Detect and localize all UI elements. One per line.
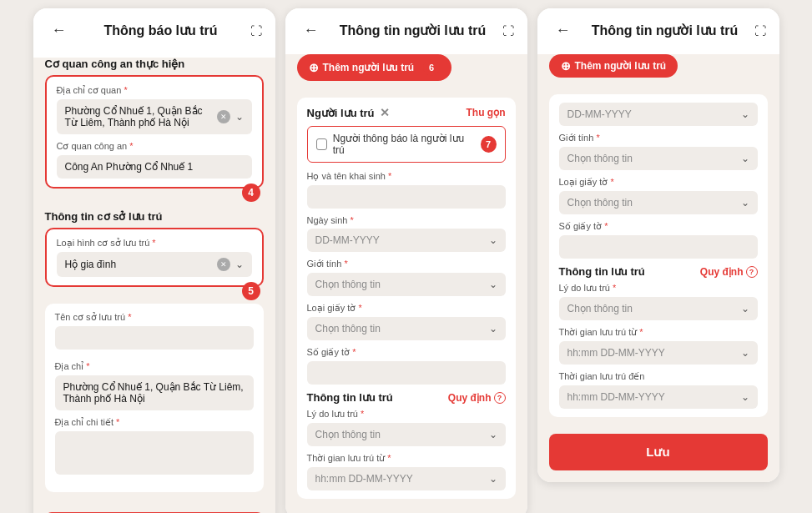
ly-do-placeholder-3: Chọn thông tin [567,303,633,314]
thu-gon-btn[interactable]: Thu gọn [467,107,506,118]
reporter-checkbox[interactable] [316,138,327,150]
thoi-gian-den-dropdown-3[interactable]: hh:mm DD-MM-YYYY ⌄ [559,385,758,409]
thoi-gian-den-placeholder-3: hh:mm DD-MM-YYYY [567,391,665,403]
ly-do-dropdown[interactable]: Chọn thông tin ⌄ [307,423,506,446]
thoi-gian-den-label-3: Thời gian lưu trú đến [559,371,758,382]
chevron-loai-giay-to-3[interactable]: ⌄ [741,197,749,209]
quy-dinh-icon-3: ? [746,266,758,278]
s2-address-label: Địa chỉ * [55,361,254,372]
date-dropdown-3[interactable]: DD-MM-YYYY ⌄ [559,103,758,126]
type-field[interactable]: Hộ gia đình ✕ ⌄ [57,252,252,277]
loai-giay-to-label: Loại giấy tờ * [307,303,506,314]
screen2-header: ← Thông tin người lưu trú ⛶ [285,8,527,49]
badge-4: 4 [242,184,260,202]
chevron-icon-2[interactable]: ⌄ [235,259,244,270]
loai-giay-to-placeholder-3: Chọn thông tin [567,197,633,209]
expand-button-3[interactable]: ⛶ [754,24,766,38]
section2-card: Loại hình cơ sở lưu trú * Hộ gia đình ✕ … [45,228,264,287]
back-button-3[interactable]: ← [551,20,576,41]
agency-value: Công An Phường Cổ Nhuế 1 [65,161,244,173]
chevron-thoi-gian-den-3[interactable]: ⌄ [741,391,749,403]
person-tab: Người lưu trú ✕ [307,106,390,119]
chevron-gioi-tinh[interactable]: ⌄ [489,279,497,290]
name-label: Tên cơ sở lưu trú * [55,312,254,323]
section1-card: Địa chỉ cơ quan * Phường Cổ Nhuế 1, Quận… [45,75,264,189]
ly-do-placeholder: Chọn thông tin [315,429,381,440]
s2-address-detail-label: Địa chỉ chi tiết * [55,417,254,428]
expand-button-2[interactable]: ⛶ [502,24,514,38]
type-icons: ✕ ⌄ [217,258,244,271]
screen3-card: DD-MM-YYYY ⌄ Giới tính * Chọn thông tin … [549,94,768,417]
loai-giay-to-dropdown-3[interactable]: Chọn thông tin ⌄ [559,191,758,214]
clear-icon-2[interactable]: ✕ [217,258,230,271]
add-person-button-2[interactable]: ⊕ Thêm người lưu trú 6 [297,54,452,81]
chevron-icon-1[interactable]: ⌄ [235,111,244,123]
badge-5: 5 [242,282,260,300]
chevron-ly-do[interactable]: ⌄ [489,429,497,440]
section2-extra-card: Tên cơ sở lưu trú * Địa chỉ * Phường Cổ … [45,304,264,492]
expand-button-1[interactable]: ⛶ [250,24,262,38]
quy-dinh-icon: ? [494,392,506,404]
badge-6: 6 [423,59,440,76]
chevron-loai-giay-to[interactable]: ⌄ [489,323,497,334]
ho-ten-input[interactable] [307,185,506,209]
address-field-1[interactable]: Phường Cổ Nhuế 1, Quận Bắc Từ Liêm, Thàn… [57,99,252,134]
so-giay-to-label: Số giấy tờ * [307,347,506,358]
s2-address-field[interactable]: Phường Cổ Nhuế 1, Quận Bắc Từ Liêm, Thàn… [55,375,254,410]
gioi-tinh-label: Giới tính * [307,259,506,269]
plus-icon-3: ⊕ [561,59,571,73]
loai-giay-to-label-3: Loại giấy tờ * [559,177,758,188]
address-icons-1: ✕ ⌄ [217,110,244,123]
type-value: Hộ gia đình [65,259,217,270]
address-value-1: Phường Cổ Nhuế 1, Quận Bắc Từ Liêm, Thàn… [65,105,217,128]
ly-do-dropdown-3[interactable]: Chọn thông tin ⌄ [559,297,758,320]
save-button[interactable]: Lưu [549,434,768,470]
add-person-button-3[interactable]: ⊕ Thêm người lưu trú [549,54,678,78]
thong-tin-luu-tru-label: Thông tin lưu trú [307,391,393,404]
screen3-title: Thông tin người lưu trú [576,23,754,38]
checkbox-row[interactable]: Người thông báo là người lưu trú 7 [307,126,506,163]
name-input[interactable] [55,326,254,350]
so-giay-to-input[interactable] [307,361,506,385]
address-label-1: Địa chỉ cơ quan * [57,85,252,96]
loai-giay-to-placeholder: Chọn thông tin [315,323,381,334]
ho-ten-label: Họ và tên khai sinh * [307,171,506,182]
chevron-gioi-tinh-3[interactable]: ⌄ [741,153,749,164]
chevron-ngay-sinh[interactable]: ⌄ [489,234,497,246]
screen-2: ← Thông tin người lưu trú ⛶ ⊕ Thêm người… [285,8,527,513]
loai-giay-to-dropdown[interactable]: Chọn thông tin ⌄ [307,317,506,340]
screen-1: ← Thông báo lưu trú ⛶ Cơ quan công an th… [33,8,275,513]
screen1-header: ← Thông báo lưu trú ⛶ [33,8,275,49]
chevron-date-3[interactable]: ⌄ [741,108,749,120]
plus-icon-2: ⊕ [309,61,319,74]
agency-label: Cơ quan công an * [57,141,252,152]
thoi-gian-label: Thời gian lưu trú từ * [307,453,506,464]
screen3-body: ⊕ Thêm người lưu trú DD-MM-YYYY ⌄ Giới t… [537,54,779,482]
s2-address-value: Phường Cổ Nhuế 1, Quận Bắc Từ Liêm, Thàn… [63,381,245,405]
so-giay-to-input-3[interactable] [559,235,758,259]
screen3-header: ← Thông tin người lưu trú ⛶ [537,8,779,49]
gioi-tinh-dropdown-3[interactable]: Chọn thông tin ⌄ [559,147,758,170]
quy-dinh-btn-3[interactable]: Quy định ? [700,266,758,278]
chevron-ly-do-3[interactable]: ⌄ [741,303,749,314]
ngay-sinh-dropdown[interactable]: DD-MM-YYYY ⌄ [307,229,506,252]
thong-tin-luu-tru-label-3: Thông tin lưu trú [559,265,645,278]
clear-icon-1[interactable]: ✕ [217,110,230,123]
back-button-1[interactable]: ← [47,20,72,41]
thoi-gian-tu-label-3: Thời gian lưu trú từ * [559,327,758,338]
agency-field[interactable]: Công An Phường Cổ Nhuế 1 [57,155,252,179]
so-giay-to-label-3: Số giấy tờ * [559,221,758,232]
chevron-thoi-gian[interactable]: ⌄ [489,473,497,485]
address-detail-input[interactable] [55,431,254,475]
quy-dinh-btn[interactable]: Quy định ? [448,392,506,404]
gioi-tinh-label-3: Giới tính * [559,133,758,143]
back-button-2[interactable]: ← [299,20,324,41]
gioi-tinh-dropdown[interactable]: Chọn thông tin ⌄ [307,273,506,296]
tab-close-icon[interactable]: ✕ [380,106,390,119]
thoi-gian-dropdown[interactable]: hh:mm DD-MM-YYYY ⌄ [307,467,506,490]
chevron-thoi-gian-tu-3[interactable]: ⌄ [741,347,749,359]
screen2-body: ⊕ Thêm người lưu trú 6 Người lưu trú ✕ T… [285,54,527,513]
person-card: Người lưu trú ✕ Thu gọn Người thông báo … [297,98,516,499]
thoi-gian-tu-dropdown-3[interactable]: hh:mm DD-MM-YYYY ⌄ [559,341,758,365]
screen-3: ← Thông tin người lưu trú ⛶ ⊕ Thêm người… [537,8,779,482]
